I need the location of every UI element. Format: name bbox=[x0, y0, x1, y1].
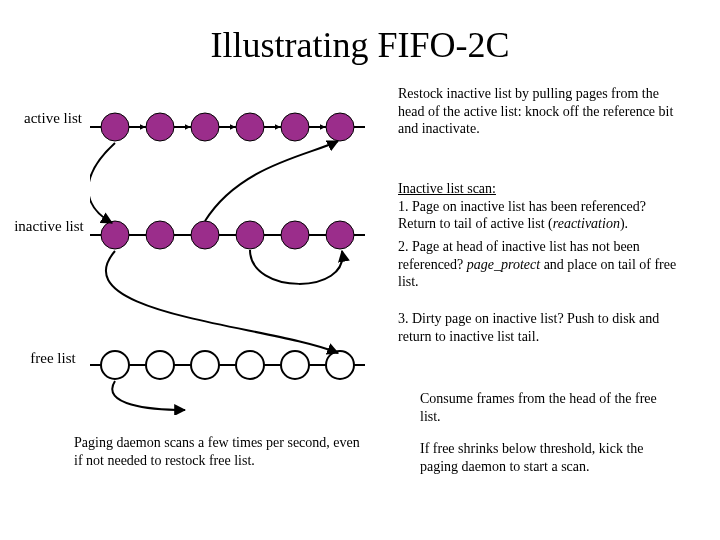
text-threshold: If free shrinks below threshold, kick th… bbox=[420, 440, 680, 475]
arrow-consume-free bbox=[112, 381, 185, 410]
text-inactive-head: 2. Page at head of inactive list has not… bbox=[398, 238, 678, 291]
label-inactive-list: inactive list bbox=[14, 218, 84, 235]
svg-point-14 bbox=[146, 221, 174, 249]
arrow-inactive-to-free bbox=[106, 251, 338, 353]
arrow-dirty-loop bbox=[250, 250, 342, 284]
svg-point-2 bbox=[146, 113, 174, 141]
svg-point-4 bbox=[236, 113, 264, 141]
arrow-active-to-inactive bbox=[90, 143, 115, 223]
svg-point-18 bbox=[326, 221, 354, 249]
text-restock: Restock inactive list by pulling pages f… bbox=[398, 85, 678, 138]
svg-point-21 bbox=[146, 351, 174, 379]
svg-point-3 bbox=[191, 113, 219, 141]
text-inactive-scan: Inactive list scan: 1. Page on inactive … bbox=[398, 180, 678, 233]
svg-point-25 bbox=[326, 351, 354, 379]
svg-point-15 bbox=[191, 221, 219, 249]
svg-point-24 bbox=[281, 351, 309, 379]
list-chains-svg bbox=[90, 95, 390, 415]
page-title: Illustrating FIFO-2C bbox=[0, 0, 720, 74]
diagram-area: active list inactive list free list bbox=[0, 90, 720, 540]
svg-point-23 bbox=[236, 351, 264, 379]
text-inactive-scan-heading: Inactive list scan: bbox=[398, 181, 496, 196]
svg-point-6 bbox=[326, 113, 354, 141]
label-free-list: free list bbox=[18, 350, 88, 367]
svg-point-16 bbox=[236, 221, 264, 249]
svg-point-5 bbox=[281, 113, 309, 141]
svg-point-13 bbox=[101, 221, 129, 249]
svg-point-20 bbox=[101, 351, 129, 379]
text-consume-free: Consume frames from the head of the free… bbox=[420, 390, 680, 425]
arrow-reactivation bbox=[205, 141, 338, 221]
label-active-list: active list bbox=[18, 110, 88, 127]
svg-point-22 bbox=[191, 351, 219, 379]
svg-point-1 bbox=[101, 113, 129, 141]
svg-point-17 bbox=[281, 221, 309, 249]
text-dirty-page: 3. Dirty page on inactive list? Push to … bbox=[398, 310, 678, 345]
text-paging-daemon: Paging daemon scans a few times per seco… bbox=[74, 434, 364, 469]
